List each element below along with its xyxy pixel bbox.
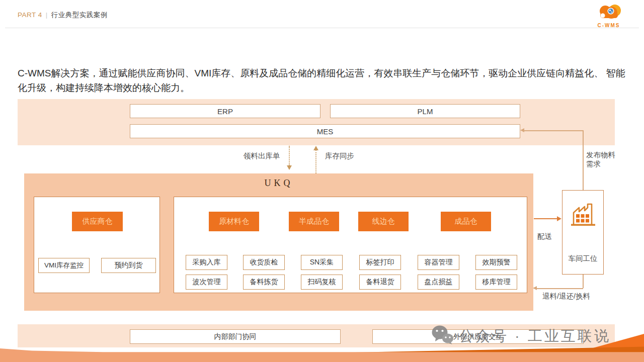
warehouse-header-semi-finished: 半成品仓 — [289, 212, 339, 231]
erp-label: ERP — [217, 107, 233, 116]
warehouse-header-raw-material: 原材料仓 — [209, 212, 259, 231]
returns-label: 退料/退还/换料 — [542, 292, 590, 301]
wechat-icon — [431, 325, 454, 348]
returns-line-vertical — [583, 275, 584, 288]
page-title: 行业典型实践案例 — [51, 11, 108, 19]
plm-box: PLM — [330, 104, 520, 118]
mes-label: MES — [317, 127, 334, 136]
cwms-logo: C-WMS — [590, 3, 628, 28]
slide-header: PART 4|行业典型实践案例 — [18, 11, 108, 20]
watermark: 公众号 · 工业互联说 — [431, 325, 611, 348]
returns-arrowhead-icon — [533, 286, 537, 290]
returns-line-horizontal — [536, 288, 583, 289]
left-arrowhead-icon — [520, 128, 524, 132]
intro-line-1: C-WMS解决方案，通过赋能供应商协同、VMI库存、原料及成品仓储的精细化运营，… — [18, 68, 603, 78]
part-label: PART 4 — [18, 11, 42, 19]
function-box-transfer-mgmt: 移库管理 — [475, 275, 517, 290]
workshop-station-label: 车间工位 — [562, 254, 604, 263]
cloud-icon — [594, 15, 623, 23]
outbound-flow-line — [289, 146, 290, 166]
function-box-material-return: 备料退货 — [359, 275, 401, 290]
appointment-arrival-box: 预约到货 — [101, 258, 156, 273]
internal-collab-label: 内部部门协同 — [214, 332, 257, 341]
publish-demand-line-vertical — [583, 130, 584, 190]
right-arrowhead-icon — [557, 216, 561, 221]
function-box-receiving-qc: 收货质检 — [243, 255, 285, 270]
ukq-panel: UKQ 供应商仓 VMI库存监控 预约到货 原材料仓 半成品仓 线边仓 成品仓 … — [24, 173, 533, 311]
systems-band: ERP PLM MES — [18, 99, 615, 145]
vmi-monitor-box: VMI库存监控 — [38, 258, 90, 273]
factory-warehouse-panel: 原材料仓 半成品仓 线边仓 成品仓 采购入库 收货质检 SN采集 标签打印 容器… — [174, 197, 527, 293]
warehouse-header-finished-goods: 成品仓 — [441, 212, 491, 231]
function-box-container-mgmt: 容器管理 — [418, 255, 459, 270]
warehouse-header-line-side: 线边仓 — [358, 212, 409, 231]
intro-paragraph: C-WMS解决方案，通过赋能供应商协同、VMI库存、原料及成品仓储的精细化运营，… — [18, 66, 629, 95]
erp-box: ERP — [130, 104, 320, 118]
internal-collab-box: 内部部门协同 — [130, 329, 341, 344]
function-box-sn-capture: SN采集 — [301, 255, 343, 270]
down-arrow-icon — [287, 165, 292, 170]
supplier-warehouse-header: 供应商仓 — [72, 212, 123, 231]
plm-label: PLM — [418, 107, 433, 116]
supplier-warehouse-panel: 供应商仓 VMI库存监控 预约到货 — [34, 197, 160, 293]
publish-demand-label: 发布物料需求 — [586, 150, 618, 168]
logo-wordmark: C-WMS — [590, 23, 628, 28]
sync-flow-label: 库存同步 — [325, 151, 354, 160]
header-rule — [5, 28, 639, 28]
factory-icon — [562, 202, 603, 229]
function-box-count-adjust: 盘点损益 — [418, 275, 459, 290]
mes-box: MES — [130, 124, 520, 138]
watermark-text: 公众号 · 工业互联说 — [459, 326, 611, 346]
function-box-scan-verify: 扫码复核 — [301, 275, 343, 290]
function-box-label-print: 标签打印 — [359, 255, 401, 270]
ukq-title: UKQ — [24, 178, 533, 189]
function-box-purchase-inbound: 采购入库 — [186, 255, 227, 270]
header-divider: | — [46, 11, 48, 19]
function-box-expiry-alert: 效期预警 — [475, 255, 517, 270]
slide: PART 4|行业典型实践案例 C-WMS C-WMS解决方案，通过赋能供应商协… — [0, 0, 644, 362]
outbound-flow-label: 领料出库单 — [244, 151, 280, 160]
delivery-label: 配送 — [537, 232, 552, 241]
publish-demand-line-horizontal — [524, 130, 583, 131]
function-box-wave-mgmt: 波次管理 — [186, 275, 227, 290]
delivery-arrow-line — [534, 218, 558, 219]
sync-flow-line — [315, 150, 316, 173]
function-box-picking: 备料拣货 — [243, 275, 285, 290]
